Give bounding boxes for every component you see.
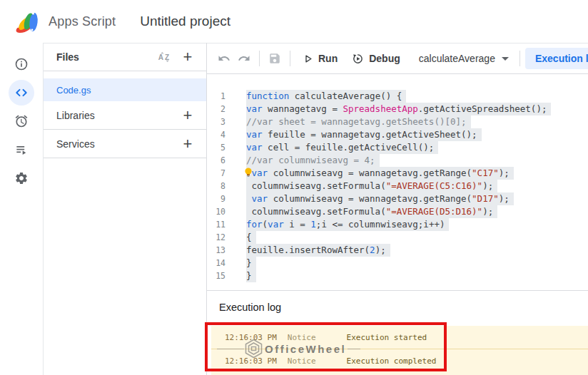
code-line[interactable]: 14} <box>207 257 588 269</box>
code-line-text: //var columnwiseavg = 4; <box>246 154 380 167</box>
code-token: .getActiveSpreadsheet(); <box>418 103 547 114</box>
code-line-text: var feuille = wannagetavg.getActiveSheet… <box>246 128 482 141</box>
code-line-text: var wannagetavg = SpreadsheetApp.getActi… <box>246 103 551 115</box>
plus-icon: + <box>183 108 193 123</box>
code-token: var <box>252 193 268 204</box>
line-number: 14 <box>207 257 225 269</box>
code-editor[interactable]: 1function calculateAverage() {2var wanna… <box>207 75 588 291</box>
code-line-text: for(var i = 1;i <= columnwiseavg;i++) <box>246 218 449 231</box>
redo-arrow-icon <box>238 52 250 65</box>
watermark-line <box>348 349 360 349</box>
code-token: 2 <box>370 245 375 255</box>
line-number: 13 <box>207 244 225 257</box>
code-token: ); <box>482 180 493 191</box>
code-token: ); <box>499 193 510 204</box>
sort-az-icon[interactable]: AZ <box>156 48 173 66</box>
nav-executions[interactable] <box>7 135 36 164</box>
code-line[interactable]: 5var cell = feuille.getActiveCell(); <box>207 141 588 154</box>
line-number: 4 <box>207 128 225 141</box>
officewheel-hexagon-icon <box>244 339 263 359</box>
code-token: for <box>246 219 263 230</box>
code-token: "=AVERAGE(D5:D16)" <box>386 206 482 217</box>
line-number: 11 <box>207 218 225 231</box>
code-line[interactable]: 15} <box>207 269 588 282</box>
execution-log-button[interactable]: Execution log <box>525 48 588 69</box>
plus-icon: + <box>183 136 193 152</box>
line-number: 15 <box>207 269 225 282</box>
function-selector-dropdown[interactable]: calculateAverage <box>413 47 514 70</box>
code-icon <box>9 80 34 106</box>
code-token: columnwiseavg = wannagetavg.getRange( <box>268 168 472 178</box>
project-title[interactable]: Untitled project <box>140 14 230 29</box>
execution-log-panel: 12:16:03 PMNoticeExecution started12:16:… <box>211 326 588 375</box>
add-file-button[interactable]: + <box>179 48 196 66</box>
code-line[interactable]: 6//var columnwiseavg = 4; <box>207 154 588 167</box>
code-line[interactable]: 8 columnwiseavg.setFormula("=AVERAGE(C5:… <box>207 180 588 192</box>
files-panel-header: Files AZ + <box>44 43 206 71</box>
code-line[interactable]: 10 columnwiseavg.setFormula("=AVERAGE(D5… <box>207 205 588 218</box>
code-line[interactable]: 3//var sheet = wannagetavg.getSheets()[0… <box>207 115 588 128</box>
run-button[interactable]: Run <box>295 47 345 70</box>
nav-settings[interactable] <box>7 164 36 192</box>
code-token: var <box>246 129 263 140</box>
code-line[interactable]: 11for(var i = 1;i <= columnwiseavg;i++) <box>207 218 588 231</box>
line-number: 5 <box>207 141 225 154</box>
plus-icon: + <box>183 49 193 65</box>
redo-button[interactable] <box>234 48 254 68</box>
files-label: Files <box>56 51 156 63</box>
libraries-section[interactable]: Libraries + <box>44 101 206 130</box>
line-number: 8 <box>207 180 225 192</box>
watermark-line <box>217 349 244 349</box>
code-token: calculateAverage() { <box>289 91 402 101</box>
code-token: var <box>246 142 263 153</box>
line-number: 7 <box>207 167 225 180</box>
apps-script-logo <box>14 8 40 35</box>
code-token: ;i <= columnwiseavg;i++) <box>316 219 445 230</box>
app-name[interactable]: Apps Script <box>49 14 116 29</box>
code-line-text: columnwiseavg.setFormula("=AVERAGE(D5:D1… <box>246 205 497 218</box>
info-icon <box>9 51 34 77</box>
code-token: "C17" <box>472 168 499 178</box>
code-token: i = <box>284 219 311 230</box>
code-token: ); <box>375 245 386 255</box>
undo-arrow-icon <box>218 52 230 65</box>
code-line[interactable]: 4var feuille = wannagetavg.getActiveShee… <box>207 128 588 141</box>
debug-icon <box>352 53 364 65</box>
nav-triggers[interactable] <box>7 107 36 135</box>
nav-editor[interactable] <box>7 78 36 107</box>
editor-toolbar: Run Debug calculateAverage Execution log <box>207 43 588 74</box>
svg-text:A: A <box>158 53 164 61</box>
main-area: Run Debug calculateAverage Execution log… <box>207 43 588 375</box>
code-token: //var columnwiseavg = 4; <box>246 155 375 165</box>
code-token: var <box>268 219 284 230</box>
file-item-code-gs[interactable]: Code.gs <box>44 78 206 101</box>
code-line-text: var columnwiseavg = wannagetavg.getRange… <box>246 192 514 205</box>
code-token: } <box>246 270 252 281</box>
services-label: Services <box>56 138 179 150</box>
code-line[interactable]: 1function calculateAverage() { <box>207 90 588 103</box>
toolbar-divider <box>290 51 290 66</box>
code-line-text: columnwiseavg.setFormula("=AVERAGE(C5:C1… <box>246 180 497 192</box>
code-line[interactable]: 2var wannagetavg = SpreadsheetApp.getAct… <box>207 103 588 115</box>
code-token: } <box>246 257 252 268</box>
undo-button[interactable] <box>214 48 234 68</box>
save-floppy-icon <box>268 52 281 65</box>
code-token: var <box>252 168 268 178</box>
nav-overview[interactable] <box>7 50 36 78</box>
code-line[interactable]: 13feuille.insertRowAfter(2); <box>207 244 588 257</box>
code-line-text: var cell = feuille.getActiveCell(); <box>246 141 438 154</box>
line-number: 9 <box>207 192 225 205</box>
services-section[interactable]: Services + <box>44 130 206 158</box>
watermark-text: OfficeWheel <box>265 343 346 355</box>
code-line[interactable]: 7 var columnwiseavg = wannagetavg.getRan… <box>207 167 588 180</box>
code-token: "D17" <box>472 193 499 204</box>
code-hint-lightbulb-icon[interactable] <box>243 167 253 178</box>
save-button[interactable] <box>265 48 285 68</box>
execution-log-section: Execution log 12:16:03 PMNoticeExecution… <box>207 290 588 375</box>
add-service-button[interactable]: + <box>179 135 196 153</box>
code-line[interactable]: 12{ <box>207 231 588 244</box>
line-number: 1 <box>207 90 225 103</box>
code-line[interactable]: 9 var columnwiseavg = wannagetavg.getRan… <box>207 192 588 205</box>
add-library-button[interactable]: + <box>179 107 196 124</box>
debug-button[interactable]: Debug <box>345 47 407 70</box>
